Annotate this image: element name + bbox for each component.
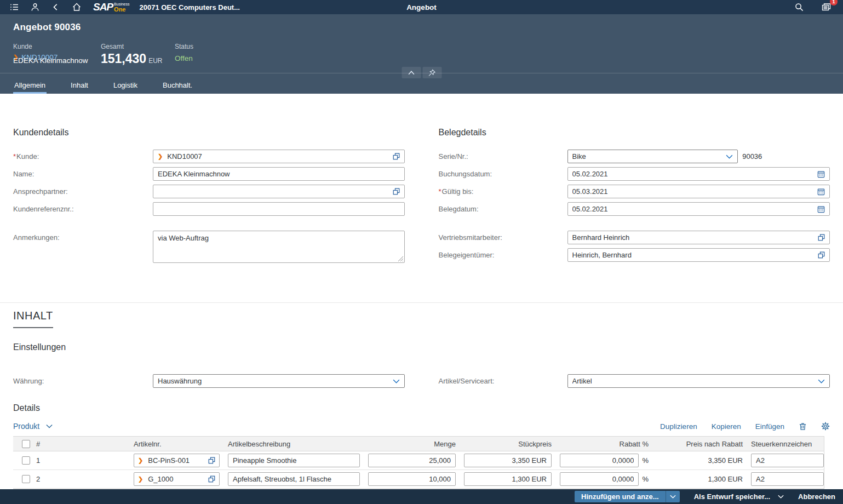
- add-and-view-arrow-button[interactable]: [666, 491, 680, 502]
- object-header: Angebot 90036 Kunde ❯ KND10007 Gesamt 15…: [0, 14, 843, 94]
- stueckpreis-field[interactable]: [464, 454, 552, 467]
- belegdetails-section: Belegdetails Serie/Nr.: Bike 90036 Buchu…: [439, 128, 830, 268]
- calendar-icon[interactable]: [817, 205, 825, 213]
- resize-grip-icon[interactable]: [398, 256, 403, 261]
- shell-bar: SAP Business One 20071 OEC Computers Deu…: [0, 0, 843, 14]
- collapse-header-button[interactable]: [402, 67, 421, 78]
- gueltig-field-label: Gültig bis:: [442, 187, 474, 196]
- beschreibung-field[interactable]: [228, 454, 360, 467]
- waehrung-field-label: Währung:: [13, 377, 153, 385]
- gueltig-bis-value: 05.03.2021: [572, 187, 815, 196]
- artikelart-select[interactable]: Artikel: [567, 374, 830, 388]
- row-checkbox[interactable]: [22, 456, 30, 465]
- tab-allgemein[interactable]: Allgemein: [13, 78, 47, 94]
- einfuegen-button[interactable]: Einfügen: [755, 422, 784, 431]
- tab-inhalt[interactable]: Inhalt: [70, 78, 89, 94]
- gueltig-bis-field[interactable]: 05.03.2021: [567, 185, 830, 198]
- col-stueckpreis: Stückpreis: [456, 437, 552, 451]
- select-all-checkbox[interactable]: [22, 440, 30, 448]
- search-icon[interactable]: [793, 1, 806, 13]
- artikelnr-field[interactable]: ❯ BC-PinS-001: [134, 454, 220, 467]
- col-rabatt: Rabatt %: [552, 437, 649, 451]
- anchor-tab-bar: Allgemein Inhalt Logistik Buchhalt.: [0, 78, 843, 94]
- kundendetails-section: Kundendetails *Kunde: ❯ KND10007 Name: A…: [13, 128, 405, 268]
- rabatt-field[interactable]: [560, 454, 639, 467]
- kundenreferenz-field[interactable]: [153, 202, 405, 216]
- main-content: Kundendetails *Kunde: ❯ KND10007 Name: A…: [0, 94, 843, 268]
- chevron-down-icon: [46, 424, 53, 428]
- artikelnr-field[interactable]: ❯ G_1000: [134, 472, 220, 486]
- ansprechpartner-field[interactable]: [153, 185, 405, 198]
- calendar-icon[interactable]: [817, 170, 825, 178]
- tab-logistik[interactable]: Logistik: [112, 78, 139, 94]
- eigentuemer-field-label: Belegeigentümer:: [439, 251, 567, 259]
- waehrung-value: Hauswährung: [158, 377, 389, 385]
- kundendetails-title: Kundendetails: [13, 128, 405, 138]
- buchungsdatum-field-label: Buchungsdatum:: [439, 170, 567, 178]
- row-checkbox[interactable]: [22, 475, 30, 483]
- percent-suffix: %: [642, 475, 649, 483]
- pin-header-button[interactable]: [422, 67, 441, 78]
- name-field-label: Name:: [13, 170, 153, 178]
- status-badge: Offen: [175, 54, 193, 62]
- messages-icon[interactable]: 1: [820, 1, 833, 13]
- belegeigentuemer-field[interactable]: Heinrich, Bernhard: [567, 248, 830, 262]
- chevron-down-icon: [778, 495, 784, 499]
- belegdatum-value: 05.02.2021: [572, 205, 815, 213]
- value-help-icon[interactable]: [818, 251, 825, 259]
- add-and-view-button[interactable]: Hinzufügen und anze...: [575, 491, 666, 502]
- value-help-icon[interactable]: [393, 153, 400, 160]
- details-section: Details Produkt Duplizieren Kopieren Ein…: [0, 388, 843, 489]
- col-steuerkennzeichen: Steuerkennzeichen: [743, 437, 824, 451]
- tab-buchhalt[interactable]: Buchhalt.: [162, 78, 193, 94]
- calendar-icon[interactable]: [817, 188, 825, 196]
- einstellungen-section: Einstellungen Währung: Hauswährung Artik…: [0, 328, 843, 388]
- stueckpreis-field[interactable]: [464, 472, 552, 486]
- user-icon[interactable]: [28, 1, 42, 13]
- percent-suffix: %: [642, 456, 649, 465]
- table-settings-gear-icon[interactable]: [821, 422, 830, 431]
- menge-field[interactable]: [368, 472, 456, 486]
- sap-business-one-logo: SAP Business One: [93, 2, 129, 13]
- serie-select[interactable]: Bike: [567, 150, 738, 163]
- duplizieren-button[interactable]: Duplizieren: [660, 422, 697, 431]
- steuerkennzeichen-field[interactable]: [751, 472, 824, 486]
- save-as-draft-button[interactable]: Als Entwurf speicher...: [694, 492, 784, 501]
- rabatt-field[interactable]: [560, 472, 639, 486]
- kopieren-button[interactable]: Kopieren: [712, 422, 741, 431]
- inhalt-section-header: INHALT: [0, 302, 843, 328]
- buchungsdatum-field[interactable]: 05.02.2021: [567, 167, 830, 181]
- col-preis-nach-rabatt: Preis nach Rabatt: [649, 437, 743, 451]
- home-icon[interactable]: [70, 1, 83, 13]
- menge-field[interactable]: [368, 454, 456, 467]
- menu-icon[interactable]: [8, 1, 21, 13]
- produkt-dropdown[interactable]: Produkt: [13, 422, 53, 431]
- artikelnr-value: G_1000: [148, 475, 205, 483]
- kundenreferenz-field-label: Kundenreferenznr.:: [13, 205, 153, 213]
- cancel-button[interactable]: Abbrechen: [798, 492, 835, 501]
- value-help-icon[interactable]: [208, 476, 215, 483]
- kunde-field[interactable]: ❯ KND10007: [153, 150, 405, 163]
- row-number: 1: [36, 451, 134, 469]
- add-and-view-split-button: Hinzufügen und anze...: [575, 491, 680, 502]
- value-help-icon[interactable]: [208, 457, 215, 464]
- value-help-icon[interactable]: [393, 188, 400, 195]
- vertriebsmitarbeiter-field[interactable]: Bernhard Heinrich: [567, 231, 830, 244]
- serie-select-value: Bike: [572, 152, 723, 161]
- beschreibung-field[interactable]: [228, 472, 360, 486]
- chevron-right-icon: ❯: [138, 457, 143, 464]
- steuerkennzeichen-field[interactable]: [751, 454, 824, 467]
- logo-one-text: One: [114, 7, 129, 13]
- artikelart-field-label: Artikel/Serviceart:: [439, 377, 567, 385]
- waehrung-select[interactable]: Hauswährung: [153, 374, 405, 388]
- serie-number: 90036: [742, 152, 762, 161]
- value-help-icon[interactable]: [818, 234, 825, 241]
- name-field[interactable]: [153, 167, 405, 181]
- delete-row-icon[interactable]: [799, 422, 807, 431]
- back-icon[interactable]: [49, 1, 62, 13]
- save-as-draft-label: Als Entwurf speicher...: [694, 492, 770, 501]
- anmerkungen-field[interactable]: via Web-Auftrag: [153, 231, 405, 263]
- belegdatum-field[interactable]: 05.02.2021: [567, 202, 830, 216]
- vertrieb-field-label: Vertriebsmitarbeiter:: [439, 233, 567, 242]
- serie-field-label: Serie/Nr.:: [439, 152, 567, 161]
